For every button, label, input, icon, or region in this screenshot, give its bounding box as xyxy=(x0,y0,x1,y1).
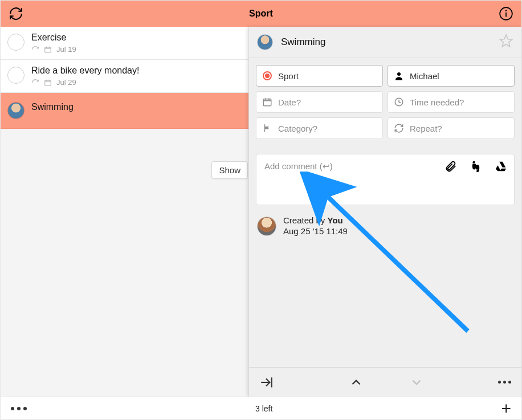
date-selector[interactable]: Date? xyxy=(256,91,383,113)
detail-toolbar xyxy=(249,367,521,397)
task-checkbox[interactable] xyxy=(7,67,25,84)
repeat-placeholder: Repeat? xyxy=(410,124,442,133)
page-title: Sport xyxy=(249,9,273,19)
avatar[interactable] xyxy=(257,34,273,50)
created-info: Created by You Aug 25 '15 11:49 xyxy=(249,205,521,247)
header-bar: Sport xyxy=(1,1,521,27)
status-text: 3 left xyxy=(255,404,272,413)
list-selector[interactable]: Sport xyxy=(256,65,383,87)
created-by-prefix: Created by xyxy=(283,215,328,225)
flag-icon xyxy=(262,123,272,133)
repeat-icon xyxy=(31,46,39,54)
svg-rect-7 xyxy=(45,80,51,85)
evernote-icon[interactable] xyxy=(470,160,482,173)
avatar xyxy=(257,217,276,236)
footer-bar: 3 left + xyxy=(1,397,521,419)
category-placeholder: Category? xyxy=(278,124,317,133)
repeat-icon xyxy=(394,123,404,133)
date-placeholder: Date? xyxy=(278,97,301,107)
time-placeholder: Time needed? xyxy=(410,97,464,107)
svg-rect-3 xyxy=(45,47,51,52)
comment-input[interactable]: Add comment (↩) xyxy=(256,154,515,205)
chevron-down-icon[interactable] xyxy=(409,375,424,390)
task-date: Jul 19 xyxy=(56,45,76,54)
app-root: Sport Exercise Jul 19 Ride a bike every … xyxy=(0,0,522,420)
sync-icon[interactable] xyxy=(9,6,23,21)
calendar-icon xyxy=(262,97,272,107)
calendar-icon xyxy=(44,46,52,54)
repeat-icon xyxy=(31,79,39,87)
detail-title[interactable]: Swimming xyxy=(281,36,499,48)
task-title: Swimming xyxy=(31,102,74,112)
task-date: Jul 29 xyxy=(56,78,76,87)
avatar xyxy=(7,102,25,119)
task-title: Exercise xyxy=(31,32,76,43)
task-meta: Jul 19 xyxy=(31,45,76,54)
repeat-selector[interactable]: Repeat? xyxy=(388,117,515,139)
calendar-icon xyxy=(44,79,52,87)
person-icon xyxy=(394,71,404,81)
properties-grid: Sport Michael Date? Time needed? xyxy=(249,58,521,146)
svg-point-2 xyxy=(505,10,507,11)
assignee-label: Michael xyxy=(410,71,439,81)
add-button[interactable]: + xyxy=(501,400,511,417)
attachment-icon[interactable] xyxy=(444,160,457,173)
info-icon[interactable] xyxy=(499,6,513,21)
more-icon[interactable] xyxy=(498,381,511,384)
task-checkbox[interactable] xyxy=(7,34,25,51)
comment-placeholder: Add comment (↩) xyxy=(264,161,333,172)
star-icon[interactable] xyxy=(499,34,513,51)
detail-header: Swimming xyxy=(249,27,521,58)
clock-icon xyxy=(394,97,404,107)
created-by-name: You xyxy=(328,215,343,225)
time-selector[interactable]: Time needed? xyxy=(388,91,515,113)
detail-panel: Swimming Sport Michael Date? xyxy=(248,27,521,397)
created-at: Aug 25 '15 11:49 xyxy=(283,226,348,237)
category-selector[interactable]: Category? xyxy=(256,117,383,139)
svg-marker-11 xyxy=(500,35,512,47)
list-label: Sport xyxy=(278,71,299,81)
svg-rect-13 xyxy=(263,99,271,106)
task-title: Ride a bike every monday! xyxy=(31,66,139,76)
show-completed-button[interactable]: Show xyxy=(211,161,248,179)
svg-point-12 xyxy=(397,72,401,76)
chevron-up-icon[interactable] xyxy=(349,375,364,390)
assignee-selector[interactable]: Michael xyxy=(388,65,515,87)
indent-icon[interactable] xyxy=(259,375,274,390)
task-meta: Jul 29 xyxy=(31,78,139,87)
more-icon[interactable] xyxy=(11,407,27,410)
google-drive-icon[interactable] xyxy=(495,160,507,173)
